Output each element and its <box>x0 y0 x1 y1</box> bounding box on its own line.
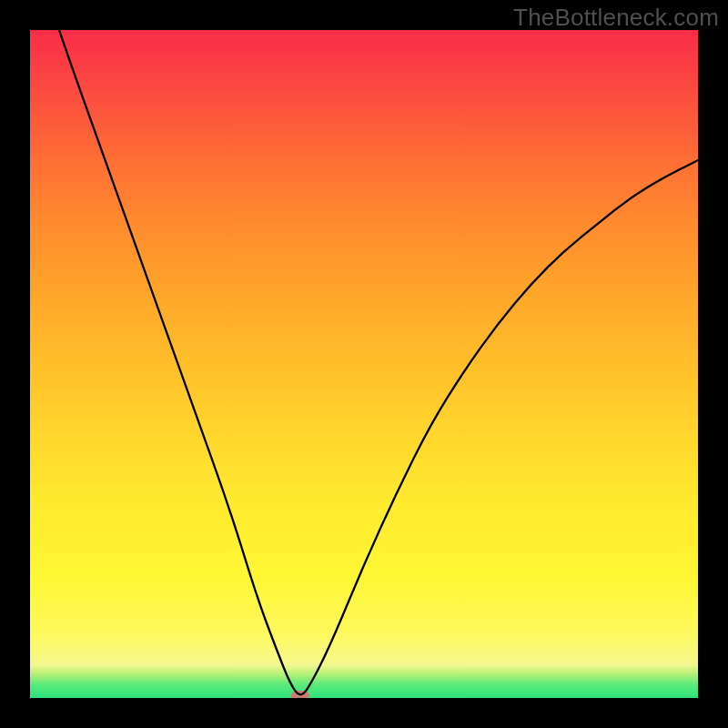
bottleneck-curve <box>30 30 698 698</box>
plot-area <box>30 30 698 698</box>
watermark-text: TheBottleneck.com <box>513 4 719 32</box>
chart-frame: TheBottleneck.com <box>0 0 728 728</box>
